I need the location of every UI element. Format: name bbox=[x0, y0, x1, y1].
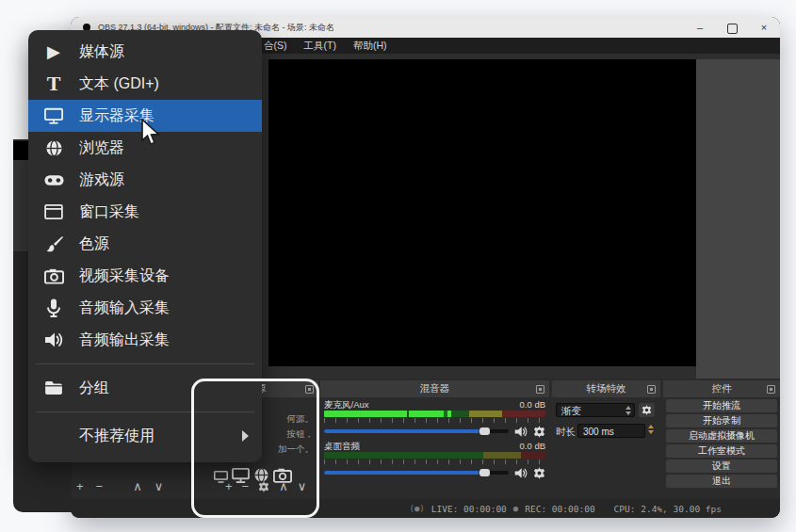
transitions-dock-title: 转场特效 bbox=[587, 382, 626, 395]
camera-icon bbox=[40, 268, 68, 284]
play-icon: ▶ bbox=[40, 41, 68, 62]
volume-slider-handle[interactable] bbox=[479, 427, 490, 435]
brush-icon bbox=[40, 235, 68, 253]
controls-dock-header: 控件 bbox=[663, 380, 780, 397]
volume-slider-handle[interactable] bbox=[479, 469, 490, 476]
close-button[interactable]: × bbox=[748, 17, 780, 38]
gamepad-icon bbox=[40, 174, 68, 186]
start-recording-button[interactable]: 开始录制 bbox=[666, 414, 777, 427]
volume-slider[interactable] bbox=[324, 429, 509, 433]
meter-ticks bbox=[324, 418, 545, 423]
menubar-item-tools[interactable]: 工具(T) bbox=[296, 40, 345, 53]
rec-icon: ● bbox=[513, 504, 518, 513]
maximize-icon bbox=[727, 24, 738, 34]
transition-properties-button[interactable] bbox=[639, 403, 655, 417]
minimize-button[interactable]: – bbox=[684, 17, 716, 38]
monitor-icon bbox=[40, 107, 68, 124]
duration-label: 时长 bbox=[556, 426, 576, 439]
gear-icon bbox=[642, 405, 652, 415]
speaker-icon bbox=[40, 331, 68, 348]
live-icon: (●) bbox=[409, 504, 424, 513]
speaker-icon[interactable] bbox=[514, 467, 528, 479]
start-streaming-button[interactable]: 开始推流 bbox=[666, 399, 777, 412]
mixer-channel-level: 0.0 dB bbox=[520, 399, 545, 411]
scene-add-button[interactable]: + bbox=[76, 480, 84, 493]
menu-separator bbox=[36, 363, 254, 364]
volume-meter bbox=[324, 452, 545, 459]
microphone-icon bbox=[40, 298, 68, 317]
globe-icon bbox=[40, 139, 68, 157]
maximize-button[interactable] bbox=[716, 17, 748, 38]
statusbar: (●) LIVE: 00:00:00 ● REC: 00:00:00 CPU: … bbox=[71, 499, 780, 518]
combo-arrows-icon bbox=[625, 406, 631, 415]
duration-spinner[interactable] bbox=[648, 425, 654, 434]
start-virtual-camera-button[interactable]: 启动虚拟摄像机 bbox=[666, 429, 777, 443]
preview-margin bbox=[696, 59, 780, 379]
scene-up-button[interactable]: ∧ bbox=[133, 480, 142, 493]
menu-item-game-capture[interactable]: 游戏源 bbox=[28, 164, 262, 196]
speaker-icon[interactable] bbox=[514, 426, 528, 438]
menu-item-media-source[interactable]: ▶ 媒体源 bbox=[28, 36, 262, 68]
mixer-dock-title: 混音器 bbox=[420, 382, 450, 395]
live-timer: LIVE: 00:00:00 bbox=[431, 504, 507, 514]
meter-ticks bbox=[324, 459, 545, 464]
transitions-dock-header: 转场特效 bbox=[552, 380, 660, 397]
menu-item-audio-input-capture[interactable]: 音频输入采集 bbox=[28, 292, 262, 324]
duration-input[interactable]: 300 ms bbox=[577, 424, 645, 438]
text-icon: T bbox=[40, 72, 68, 96]
folder-icon bbox=[40, 380, 68, 395]
menu-item-window-capture[interactable]: 窗口采集 bbox=[28, 196, 262, 228]
annotation-highlight-box bbox=[191, 379, 319, 518]
studio-mode-button[interactable]: 工作室模式 bbox=[666, 444, 777, 458]
controls-dock-title: 控件 bbox=[712, 382, 732, 395]
dock-float-icon[interactable] bbox=[536, 385, 544, 394]
mixer-dock: 混音器 麦克风/Aux 0.0 dB bbox=[320, 380, 549, 497]
mixer-channel-name: 桌面音频 bbox=[324, 441, 360, 452]
menu-item-audio-output-capture[interactable]: 音频输出采集 bbox=[28, 324, 262, 356]
mixer-dock-header: 混音器 bbox=[320, 380, 549, 397]
volume-slider[interactable] bbox=[324, 471, 509, 475]
exit-button[interactable]: 退出 bbox=[666, 475, 777, 488]
controls-dock: 控件 开始推流 开始录制 启动虚拟摄像机 工作室模式 设置 退出 bbox=[663, 380, 780, 497]
mouse-cursor bbox=[140, 119, 163, 147]
screenshot-stage: OBS 27.1.3 (64-bit, windows) - 配置文件: 未命名… bbox=[0, 0, 796, 532]
rec-timer: REC: 00:00:00 bbox=[525, 504, 594, 514]
transition-select[interactable]: 渐变 bbox=[556, 403, 635, 417]
dock-float-icon[interactable] bbox=[767, 385, 775, 394]
mixer-channel-level: 0.0 dB bbox=[520, 441, 545, 452]
gear-icon[interactable] bbox=[533, 467, 545, 479]
volume-meter bbox=[324, 411, 545, 417]
scene-remove-button[interactable]: − bbox=[96, 480, 104, 493]
menubar-item-help[interactable]: 帮助(H) bbox=[345, 40, 396, 53]
settings-button[interactable]: 设置 bbox=[666, 459, 777, 473]
preview-canvas[interactable] bbox=[268, 59, 696, 366]
cpu-fps-status: CPU: 2.4%, 30.00 fps bbox=[614, 504, 722, 514]
dock-float-icon[interactable] bbox=[647, 385, 656, 394]
mixer-channel-name: 麦克风/Aux bbox=[324, 399, 369, 411]
transitions-dock: 转场特效 渐变 时长 300 ms bbox=[552, 380, 660, 497]
menu-item-color-source[interactable]: 色源 bbox=[28, 228, 262, 260]
menu-item-text-gdi[interactable]: T 文本 (GDI+) bbox=[28, 68, 262, 100]
menu-item-video-capture-device[interactable]: 视频采集设备 bbox=[28, 260, 262, 292]
scene-down-button[interactable]: ∨ bbox=[154, 480, 164, 493]
gear-icon[interactable] bbox=[533, 426, 545, 438]
window-icon bbox=[40, 204, 68, 219]
